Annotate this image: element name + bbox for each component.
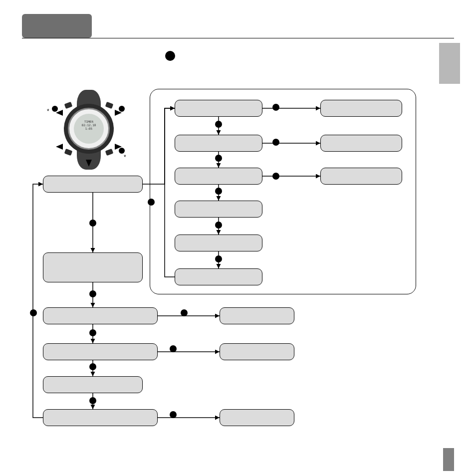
section-bullet: [165, 51, 175, 61]
submode-group: [150, 89, 416, 294]
sub-box-2: [175, 135, 262, 152]
button-dot: [89, 329, 96, 336]
button-dot: [148, 199, 155, 206]
sub-box-5: [175, 235, 262, 251]
button-dot: [170, 345, 177, 352]
button-dot: [89, 363, 96, 370]
button-dot: [89, 290, 96, 297]
watch-line3: 1:05: [74, 127, 104, 130]
page-number-tab: [443, 448, 454, 471]
sub-box-1: [175, 100, 262, 117]
mode-box-5: [43, 376, 143, 393]
sub-box-4: [175, 201, 262, 218]
detail-box-1: [220, 307, 294, 324]
mode-box-1: [43, 176, 143, 193]
button-dot: [89, 220, 96, 227]
header-tab: [22, 14, 92, 38]
button-dot: [272, 104, 279, 111]
side-box-1: [320, 100, 402, 117]
button-dot: [170, 411, 177, 418]
button-c-dot: [119, 106, 125, 112]
mode-box-2: [43, 252, 143, 282]
sub-box-6: [175, 268, 262, 285]
button-d-dot: [119, 148, 125, 154]
arrow-icon: [86, 160, 92, 167]
button-dot: [30, 309, 37, 316]
side-box-3: [320, 168, 402, 185]
button-dot: [215, 188, 222, 195]
mode-box-3: [43, 307, 158, 324]
button-dot: [215, 121, 222, 128]
side-box-2: [320, 135, 402, 152]
button-dot: [215, 155, 222, 162]
detail-box-2: [220, 343, 294, 360]
page: TIMER 02:12.18 1:05 * *: [0, 0, 476, 476]
arrow-icon: [56, 144, 63, 150]
button-dot: [272, 139, 279, 146]
sub-box-3: [175, 168, 262, 185]
watch-illustration: TIMER 02:12.18 1:05 * *: [55, 90, 123, 170]
button-dot: [215, 255, 222, 262]
button-dot: [181, 309, 188, 316]
button-a-dot: [52, 106, 58, 112]
watch-line1: TIMER: [74, 120, 104, 123]
header-rule: [22, 38, 454, 38]
button-dot: [215, 222, 222, 229]
side-tab: [439, 43, 460, 84]
button-dot: [272, 173, 279, 180]
mode-box-4: [43, 343, 158, 360]
detail-box-3: [220, 409, 294, 426]
button-dot: [89, 397, 96, 404]
watch-face: TIMER 02:12.18 1:05: [74, 114, 104, 144]
watch-line2: 02:12.18: [74, 123, 104, 127]
mode-box-6: [43, 409, 158, 426]
